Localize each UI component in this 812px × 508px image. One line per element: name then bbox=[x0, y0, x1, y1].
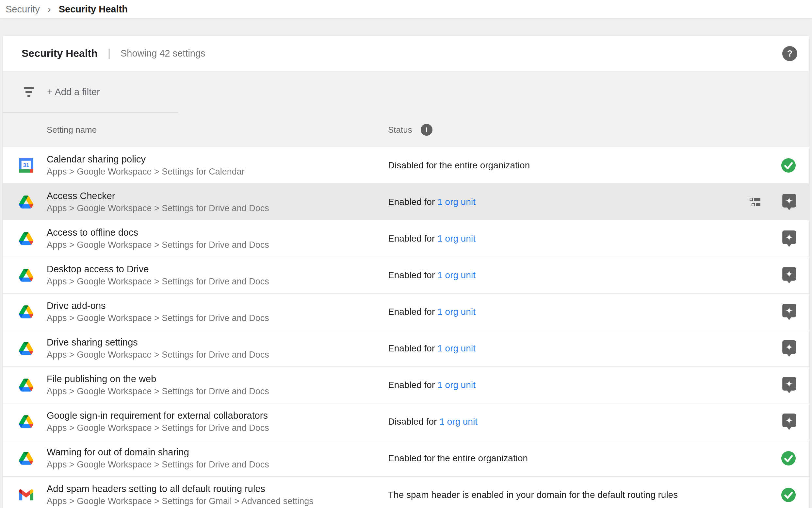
setting-row[interactable]: Google sign-in requirement for external … bbox=[3, 404, 809, 440]
status-text: Disabled for bbox=[388, 417, 437, 427]
add-filter-button[interactable]: + Add a filter bbox=[47, 87, 100, 97]
status-cell: Enabled for the entire organization bbox=[388, 453, 528, 464]
status-text: Enabled for bbox=[388, 197, 435, 207]
filter-icon[interactable] bbox=[23, 87, 34, 97]
setting-row[interactable]: Add spam headers setting to all default … bbox=[3, 477, 809, 508]
recommendation-icon[interactable] bbox=[782, 267, 796, 284]
setting-row[interactable]: Desktop access to Drive Apps > Google Wo… bbox=[3, 257, 809, 294]
status-cell: Disabled for the entire organization bbox=[388, 160, 530, 171]
status-cell: The spam header is enabled in your domai… bbox=[388, 490, 678, 500]
setting-row[interactable]: File publishing on the web Apps > Google… bbox=[3, 367, 809, 404]
setting-title: Calendar sharing policy bbox=[47, 153, 245, 166]
setting-path: Apps > Google Workspace > Settings for D… bbox=[47, 276, 269, 287]
status-cell: Enabled for1 org unit bbox=[388, 343, 476, 354]
org-scope-icon bbox=[750, 198, 761, 206]
setting-path: Apps > Google Workspace > Settings for D… bbox=[47, 239, 269, 251]
drive-icon bbox=[19, 451, 33, 466]
drive-icon bbox=[19, 415, 33, 429]
org-unit-link[interactable]: 1 org unit bbox=[437, 307, 476, 317]
drive-icon bbox=[19, 195, 33, 209]
setting-path: Apps > Google Workspace > Settings for D… bbox=[47, 349, 269, 361]
row-actions bbox=[781, 488, 809, 502]
status-cell: Enabled for1 org unit bbox=[388, 234, 476, 244]
status-text: Enabled for bbox=[388, 234, 435, 244]
table-header: Setting name Status i bbox=[3, 113, 809, 147]
org-unit-link[interactable]: 1 org unit bbox=[437, 197, 476, 207]
recommendation-icon[interactable] bbox=[782, 304, 796, 320]
setting-title: Google sign-in requirement for external … bbox=[47, 409, 269, 422]
setting-cell: Calendar sharing policy Apps > Google Wo… bbox=[19, 153, 388, 177]
setting-cell: Warning for out of domain sharing Apps >… bbox=[19, 446, 388, 470]
info-icon[interactable]: i bbox=[421, 124, 432, 136]
setting-row[interactable]: Warning for out of domain sharing Apps >… bbox=[3, 440, 809, 477]
setting-cell: Add spam headers setting to all default … bbox=[19, 482, 388, 507]
row-actions bbox=[781, 158, 809, 173]
drive-icon bbox=[19, 305, 33, 319]
status-text: Enabled for bbox=[388, 307, 435, 317]
setting-cell: Desktop access to Drive Apps > Google Wo… bbox=[19, 263, 388, 287]
setting-row[interactable]: Access to offline docs Apps > Google Wor… bbox=[3, 220, 809, 257]
filter-bar: + Add a filter bbox=[3, 71, 809, 113]
setting-path: Apps > Google Workspace > Settings for D… bbox=[47, 422, 269, 434]
row-actions bbox=[782, 340, 809, 357]
breadcrumb-parent-link[interactable]: Security bbox=[6, 4, 40, 15]
setting-title: Drive sharing settings bbox=[47, 336, 269, 349]
org-unit-link[interactable]: 1 org unit bbox=[439, 417, 478, 427]
help-button[interactable]: ? bbox=[782, 46, 797, 61]
chevron-right-icon: › bbox=[48, 4, 51, 15]
settings-count: Showing 42 settings bbox=[121, 48, 205, 59]
row-actions bbox=[782, 267, 809, 284]
status-cell: Enabled for1 org unit bbox=[388, 270, 476, 281]
status-text: Disabled for the entire organization bbox=[388, 160, 530, 170]
gmail-icon bbox=[19, 488, 33, 502]
org-unit-link[interactable]: 1 org unit bbox=[437, 343, 476, 353]
info-glyph: i bbox=[426, 126, 428, 134]
status-text: Enabled for bbox=[388, 270, 435, 280]
drive-icon bbox=[19, 268, 33, 283]
title-separator: | bbox=[108, 48, 110, 59]
setting-row[interactable]: Drive sharing settings Apps > Google Wor… bbox=[3, 330, 809, 367]
status-text: Enabled for the entire organization bbox=[388, 453, 528, 463]
setting-cell: Drive add-ons Apps > Google Workspace > … bbox=[19, 299, 388, 324]
recommendation-icon[interactable] bbox=[782, 340, 796, 357]
setting-row[interactable]: Access Checker Apps > Google Workspace >… bbox=[3, 184, 809, 220]
drive-icon bbox=[19, 231, 33, 246]
row-actions bbox=[782, 304, 809, 320]
setting-path: Apps > Google Workspace > Settings for C… bbox=[47, 166, 245, 177]
status-ok-icon bbox=[781, 451, 796, 466]
setting-path: Apps > Google Workspace > Settings for D… bbox=[47, 202, 269, 214]
org-unit-link[interactable]: 1 org unit bbox=[437, 380, 476, 390]
status-cell: Enabled for1 org unit bbox=[388, 307, 476, 317]
org-unit-link[interactable]: 1 org unit bbox=[437, 270, 476, 280]
setting-path: Apps > Google Workspace > Settings for G… bbox=[47, 495, 314, 507]
setting-title: Drive add-ons bbox=[47, 299, 269, 312]
recommendation-icon[interactable] bbox=[782, 377, 796, 393]
panel-header: Security Health | Showing 42 settings ? bbox=[3, 36, 809, 71]
breadcrumb: Security › Security Health bbox=[0, 0, 812, 18]
recommendation-icon[interactable] bbox=[782, 194, 796, 210]
setting-cell: File publishing on the web Apps > Google… bbox=[19, 373, 388, 397]
status-cell: Enabled for1 org unit bbox=[388, 380, 476, 390]
setting-title: Warning for out of domain sharing bbox=[47, 446, 269, 459]
recommendation-icon[interactable] bbox=[782, 230, 796, 247]
setting-cell: Google sign-in requirement for external … bbox=[19, 409, 388, 434]
status-cell: Enabled for1 org unit bbox=[388, 197, 476, 207]
setting-path: Apps > Google Workspace > Settings for D… bbox=[47, 312, 269, 324]
status-cell: Disabled for1 org unit bbox=[388, 417, 478, 427]
setting-title: Add spam headers setting to all default … bbox=[47, 482, 314, 495]
status-ok-icon bbox=[781, 158, 796, 173]
setting-title: Access to offline docs bbox=[47, 226, 269, 239]
drive-icon bbox=[19, 341, 33, 356]
filter-divider bbox=[3, 113, 178, 113]
setting-row[interactable]: Calendar sharing policy Apps > Google Wo… bbox=[3, 147, 809, 184]
column-status-label: Status bbox=[388, 125, 412, 135]
row-actions bbox=[750, 194, 809, 210]
recommendation-icon[interactable] bbox=[782, 414, 796, 430]
setting-title: Access Checker bbox=[47, 189, 269, 202]
org-unit-link[interactable]: 1 org unit bbox=[437, 234, 476, 244]
status-text: Enabled for bbox=[388, 380, 435, 390]
setting-row[interactable]: Drive add-ons Apps > Google Workspace > … bbox=[3, 294, 809, 330]
row-actions bbox=[781, 451, 809, 466]
column-setting-name: Setting name bbox=[47, 125, 388, 135]
status-ok-icon bbox=[781, 488, 796, 502]
